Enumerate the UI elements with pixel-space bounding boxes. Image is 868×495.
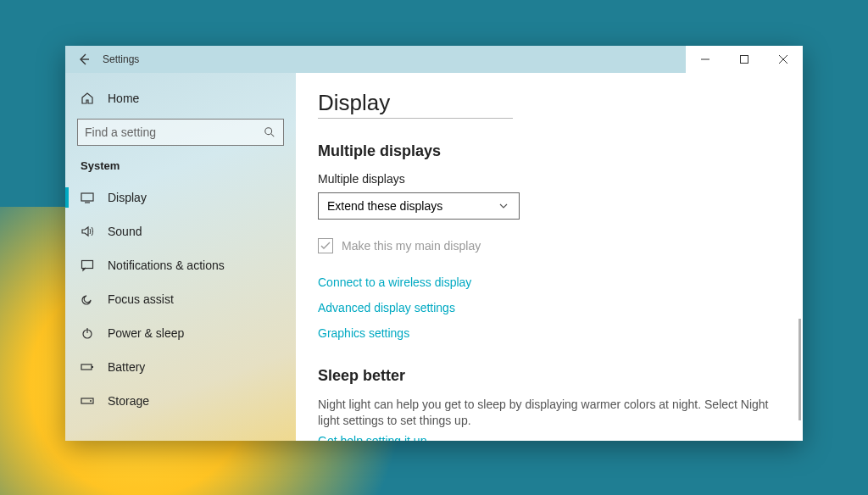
section-multiple-displays: Multiple displays [318, 142, 777, 160]
sidebar-item-power-sleep[interactable]: Power & sleep [65, 316, 296, 350]
search-box[interactable] [77, 119, 284, 146]
search-input[interactable] [85, 125, 263, 139]
titlebar: Settings [65, 46, 803, 73]
check-icon [320, 240, 331, 252]
home-button[interactable]: Home [65, 81, 296, 115]
maximize-button[interactable] [725, 46, 764, 73]
sidebar: Home System Display [65, 73, 296, 441]
home-icon [81, 92, 94, 105]
sidebar-item-sound[interactable]: Sound [65, 214, 296, 248]
sidebar-item-display[interactable]: Display [65, 181, 296, 214]
svg-rect-2 [81, 193, 93, 201]
link-connect-wireless[interactable]: Connect to a wireless display [318, 275, 777, 289]
sidebar-item-battery[interactable]: Battery [65, 350, 296, 384]
main-content: Display Multiple displays Multiple displ… [296, 73, 803, 441]
sidebar-item-notifications[interactable]: Notifications & actions [65, 248, 296, 282]
svg-rect-5 [81, 364, 92, 370]
focus-assist-icon [81, 292, 94, 306]
sidebar-item-focus-assist[interactable]: Focus assist [65, 282, 296, 316]
maximize-icon [740, 55, 748, 64]
main-display-checkbox[interactable] [318, 238, 333, 253]
battery-icon [81, 360, 94, 374]
sidebar-item-label: Sound [108, 225, 142, 238]
sidebar-item-label: Storage [108, 394, 149, 408]
display-icon [81, 191, 94, 204]
select-value: Extend these displays [327, 199, 442, 213]
link-advanced-display[interactable]: Advanced display settings [318, 301, 777, 314]
multiple-displays-select[interactable]: Extend these displays [318, 192, 520, 220]
page-title: Display [318, 90, 777, 116]
power-icon [81, 326, 94, 340]
minimize-button[interactable] [686, 46, 725, 73]
sidebar-item-label: Power & sleep [108, 326, 184, 340]
close-icon [779, 55, 787, 64]
minimize-icon [701, 55, 709, 64]
sidebar-item-label: Focus assist [108, 292, 174, 306]
settings-window: Settings Home [65, 46, 803, 441]
sidebar-item-label: Battery [108, 360, 145, 374]
section-sleep-better: Sleep better [318, 367, 777, 385]
multiple-displays-field-label: Multiple displays [318, 172, 777, 186]
sidebar-item-storage[interactable]: Storage [65, 384, 296, 418]
arrow-left-icon [77, 53, 91, 66]
title-rule [318, 118, 513, 119]
back-button[interactable] [65, 46, 103, 73]
chevron-down-icon [497, 199, 510, 213]
sidebar-item-label: Display [108, 191, 147, 204]
svg-rect-6 [92, 366, 93, 368]
svg-point-8 [90, 400, 92, 402]
svg-point-1 [265, 128, 272, 135]
notifications-icon [81, 259, 94, 272]
link-graphics-settings[interactable]: Graphics settings [318, 326, 777, 340]
main-display-checkbox-label: Make this my main display [342, 239, 481, 253]
window-title: Settings [103, 53, 139, 65]
svg-rect-0 [741, 56, 748, 64]
storage-icon [81, 394, 94, 408]
sleep-better-body: Night light can help you get to sleep by… [318, 397, 777, 429]
link-sleep-help[interactable]: Get help setting it up [318, 434, 777, 441]
close-button[interactable] [764, 46, 803, 73]
search-icon [263, 125, 276, 139]
sound-icon [81, 225, 94, 238]
scrollbar-thumb[interactable] [798, 319, 801, 420]
svg-rect-3 [82, 261, 93, 269]
sidebar-item-label: Notifications & actions [108, 259, 225, 272]
home-label: Home [108, 92, 139, 105]
category-label: System [65, 154, 296, 181]
main-display-checkbox-row: Make this my main display [318, 238, 777, 253]
